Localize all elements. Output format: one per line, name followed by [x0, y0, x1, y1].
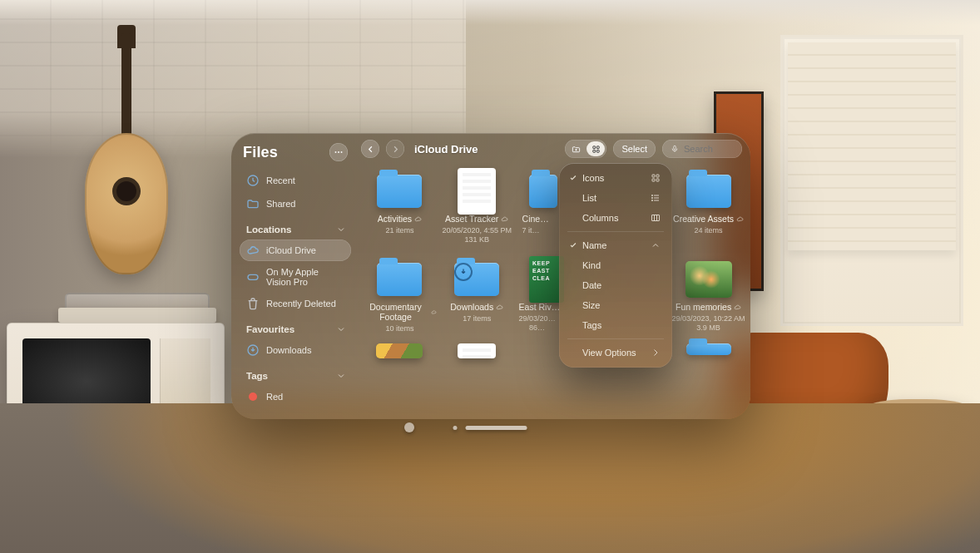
- menu-item-name[interactable]: Name: [564, 235, 667, 255]
- folder-icon: [529, 175, 557, 208]
- sidebar-label: Recently Deleted: [266, 299, 336, 309]
- cloud-download-icon: [496, 304, 503, 311]
- menu-label: Columns: [582, 213, 618, 223]
- item-meta: 29/03/2023, 10:22 AM 3.9 MB: [672, 314, 745, 333]
- svg-point-15: [651, 195, 652, 195]
- menu-label: List: [582, 193, 596, 203]
- menu-item-kind[interactable]: Kind: [564, 255, 667, 275]
- item-meta: 17 items: [463, 314, 491, 323]
- item-name: Downloads: [450, 302, 493, 312]
- grid-row: Activities 21 items Asset Tracker 20/05/…: [363, 168, 745, 244]
- file-item[interactable]: Activities 21 items: [363, 168, 437, 244]
- item-name: Creative Assets: [673, 214, 734, 224]
- window: [780, 35, 963, 326]
- file-item[interactable]: Documentary Footage 10 items: [363, 256, 437, 333]
- view-mode-button[interactable]: [587, 141, 605, 156]
- toolbar: iCloud Drive Select: [358, 133, 750, 161]
- item-meta: 24 items: [695, 226, 723, 235]
- folder-icon: [377, 263, 422, 296]
- forward-button[interactable]: [386, 140, 404, 158]
- chevron-left-icon: [366, 145, 375, 154]
- shared-folder-icon: [246, 197, 260, 210]
- menu-label: Kind: [582, 260, 601, 270]
- window-controls: [453, 426, 527, 430]
- sidebar-label: Shared: [266, 199, 295, 209]
- downloads-folder-icon: [454, 263, 499, 296]
- menu-label: Date: [582, 280, 601, 290]
- file-item[interactable]: [363, 340, 437, 360]
- view-switcher: [565, 140, 606, 158]
- folder-plus-icon: [572, 145, 581, 154]
- menu-item-tags[interactable]: Tags: [564, 315, 667, 335]
- chevron-right-icon: [651, 348, 661, 358]
- poster-text: KEEP EAST CLEA: [532, 260, 550, 281]
- back-button[interactable]: [361, 140, 379, 158]
- files-window: Files Recent Shared Locations iClou: [231, 133, 750, 419]
- cloud-download-icon: [431, 309, 437, 316]
- sidebar-item-icloud-drive[interactable]: iCloud Drive: [240, 239, 351, 261]
- sidebar-item-shared[interactable]: Shared: [240, 193, 351, 215]
- sidebar-item-visionpro[interactable]: On My Apple Vision Pro: [240, 263, 351, 291]
- grid-icon: [651, 173, 661, 183]
- window-dot[interactable]: [453, 426, 458, 430]
- item-meta: 21 items: [385, 226, 413, 235]
- cloud-icon: [246, 244, 260, 257]
- menu-item-list[interactable]: List: [564, 188, 667, 208]
- select-label: Select: [621, 144, 647, 154]
- item-meta: 10 items: [385, 324, 413, 333]
- file-item[interactable]: Creative Assets 24 items: [671, 168, 745, 244]
- svg-point-0: [335, 151, 337, 153]
- folder-icon: [686, 343, 731, 355]
- image-thumbnail: [686, 261, 732, 298]
- window-grabber[interactable]: [466, 426, 527, 430]
- visionpro-icon: [246, 270, 260, 284]
- svg-rect-8: [593, 150, 596, 152]
- file-item[interactable]: [671, 340, 745, 360]
- file-item[interactable]: Downloads 17 items: [440, 256, 514, 333]
- svg-rect-9: [596, 150, 599, 152]
- menu-item-size[interactable]: Size: [564, 295, 667, 315]
- menu-label: Tags: [582, 320, 601, 330]
- guitar: [73, 33, 178, 283]
- search-field[interactable]: [662, 140, 742, 158]
- menu-item-columns[interactable]: Columns: [564, 208, 667, 228]
- new-folder-button[interactable]: [567, 141, 585, 156]
- sidebar-item-recent[interactable]: Recent: [240, 170, 351, 191]
- grid-row: [363, 340, 745, 360]
- section-tags[interactable]: Tags: [240, 363, 351, 384]
- clock-icon: [246, 174, 260, 187]
- check-icon: [569, 241, 577, 249]
- section-favourites[interactable]: Favourites: [240, 316, 351, 338]
- sidebar-item-downloads[interactable]: Downloads: [240, 339, 351, 361]
- menu-item-date[interactable]: Date: [564, 275, 667, 295]
- window-close-dot[interactable]: [404, 422, 414, 432]
- more-button[interactable]: [329, 143, 348, 161]
- svg-rect-4: [248, 274, 258, 279]
- search-input[interactable]: [684, 144, 734, 154]
- item-name: Fun memories: [676, 302, 731, 312]
- menu-label: Name: [582, 240, 606, 250]
- cloud-download-icon: [501, 215, 508, 223]
- folder-icon: [686, 175, 731, 208]
- sidebar: Files Recent Shared Locations iClou: [231, 133, 358, 419]
- section-locations[interactable]: Locations: [240, 216, 351, 238]
- tag-dot: [249, 393, 257, 401]
- file-item[interactable]: [440, 340, 514, 360]
- select-button[interactable]: Select: [613, 140, 656, 158]
- sidebar-tag-red[interactable]: Red: [240, 386, 351, 407]
- sidebar-label: Downloads: [266, 345, 311, 355]
- menu-item-view-options[interactable]: View Options: [564, 343, 667, 363]
- svg-rect-12: [656, 175, 659, 177]
- items-grid: Activities 21 items Asset Tracker 20/05/…: [358, 161, 750, 419]
- svg-point-17: [651, 200, 652, 200]
- file-item[interactable]: Fun memories 29/03/2023, 10:22 AM 3.9 MB: [671, 256, 745, 333]
- sidebar-item-recently-deleted[interactable]: Recently Deleted: [240, 293, 351, 314]
- menu-label: Size: [582, 300, 600, 310]
- item-name: Activities: [378, 214, 412, 224]
- document-icon: [458, 168, 496, 215]
- menu-item-icons[interactable]: Icons: [564, 168, 667, 188]
- tag-dot-icon: [246, 390, 260, 403]
- file-item[interactable]: Asset Tracker 20/05/2020, 4:55 PM 131 KB: [440, 168, 514, 244]
- item-name: East Riv…: [519, 302, 561, 312]
- svg-rect-14: [656, 179, 659, 181]
